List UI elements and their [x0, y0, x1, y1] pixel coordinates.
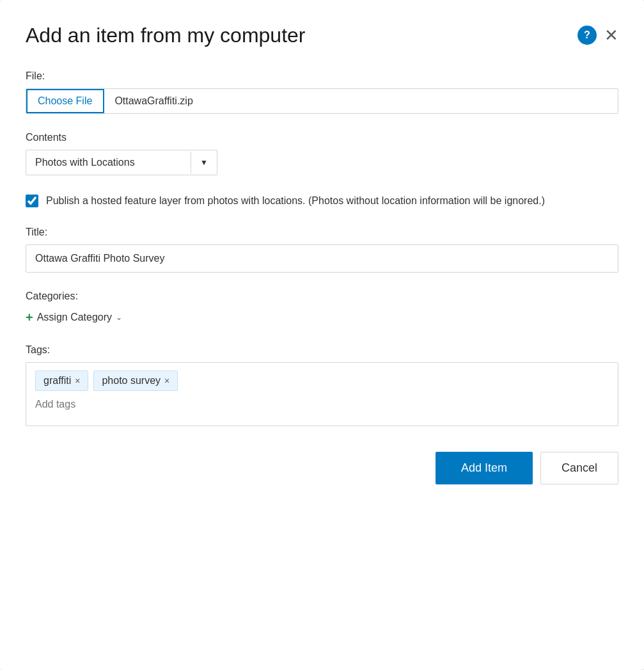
file-section: File: Choose File OttawaGraffiti.zip	[26, 70, 618, 114]
assign-category-label: Assign Category	[37, 312, 112, 323]
title-label: Title:	[26, 227, 618, 238]
tag-photo-survey: photo survey ×	[93, 371, 178, 391]
publish-checkbox-label: Publish a hosted feature layer from phot…	[46, 193, 545, 209]
publish-checkbox[interactable]	[26, 195, 38, 207]
publish-checkbox-row: Publish a hosted feature layer from phot…	[26, 193, 618, 209]
contents-select-wrapper: Photos with Locations ▼	[26, 150, 217, 175]
contents-dropdown-arrow[interactable]: ▼	[191, 152, 217, 173]
tags-input[interactable]	[35, 396, 609, 413]
contents-label: Contents	[26, 132, 618, 143]
file-label: File:	[26, 70, 618, 82]
tags-row: graffiti × photo survey ×	[35, 371, 609, 391]
contents-section: Contents Photos with Locations ▼	[26, 132, 618, 175]
contents-selected-value: Photos with Locations	[26, 150, 191, 175]
add-item-dialog: Add an item from my computer ? ✕ File: C…	[0, 0, 644, 670]
header-icons: ? ✕	[577, 23, 618, 45]
chevron-down-icon: ⌄	[116, 313, 122, 322]
dialog-footer: Add Item Cancel	[26, 452, 618, 484]
dropdown-arrow-icon: ▼	[200, 158, 208, 167]
dialog-header: Add an item from my computer ? ✕	[26, 23, 618, 47]
plus-icon: +	[26, 311, 33, 324]
tags-section: Tags: graffiti × photo survey ×	[26, 344, 618, 426]
file-name-display: OttawaGraffiti.zip	[104, 89, 203, 113]
dialog-title: Add an item from my computer	[26, 23, 305, 47]
tags-container[interactable]: graffiti × photo survey ×	[26, 362, 618, 426]
categories-label: Categories:	[26, 291, 618, 302]
tag-photo-survey-remove[interactable]: ×	[164, 376, 169, 385]
tag-photo-survey-text: photo survey	[102, 375, 161, 387]
title-section: Title:	[26, 227, 618, 273]
tag-graffiti-text: graffiti	[43, 375, 71, 387]
tag-graffiti-remove[interactable]: ×	[75, 376, 80, 385]
file-input-row: Choose File OttawaGraffiti.zip	[26, 88, 618, 114]
tags-label: Tags:	[26, 344, 618, 356]
choose-file-button[interactable]: Choose File	[26, 89, 104, 113]
title-input[interactable]	[26, 244, 618, 273]
cancel-button[interactable]: Cancel	[540, 452, 618, 484]
tag-graffiti: graffiti ×	[35, 371, 88, 391]
help-icon[interactable]: ?	[577, 26, 597, 45]
close-icon[interactable]: ✕	[604, 27, 618, 44]
add-item-button[interactable]: Add Item	[436, 452, 533, 484]
categories-section: Categories: + Assign Category ⌄	[26, 291, 618, 326]
assign-category-button[interactable]: + Assign Category ⌄	[26, 308, 122, 326]
